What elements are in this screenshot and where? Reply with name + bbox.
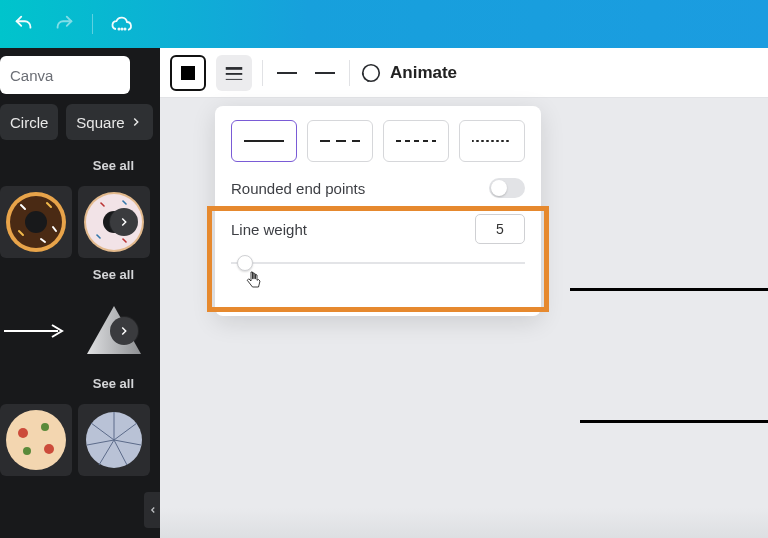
svg-point-37 bbox=[363, 64, 380, 81]
row-scroll-next-icon[interactable] bbox=[110, 317, 138, 345]
line-style-panel: Rounded end points Line weight 5 bbox=[215, 106, 541, 316]
line-start-button[interactable] bbox=[273, 55, 301, 91]
asset-row bbox=[0, 399, 152, 481]
svg-point-2 bbox=[124, 28, 125, 29]
svg-point-5 bbox=[25, 211, 47, 233]
elements-sidebar: Canva Circle Square See all See all bbox=[0, 48, 160, 538]
undo-icon[interactable] bbox=[12, 12, 36, 36]
chip-square[interactable]: Square bbox=[66, 104, 152, 140]
asset-row bbox=[0, 181, 152, 263]
svg-point-1 bbox=[121, 28, 122, 29]
line-style-dotted[interactable] bbox=[459, 120, 525, 162]
asset-thumb-donut-chocolate[interactable] bbox=[0, 186, 72, 258]
context-toolbar: Animate bbox=[160, 48, 768, 98]
line-style-long-dash[interactable] bbox=[307, 120, 373, 162]
see-all-link[interactable]: See all bbox=[0, 263, 152, 290]
asset-thumb-pizza[interactable] bbox=[0, 404, 72, 476]
canvas-floor-shade bbox=[160, 508, 768, 538]
line-style-button[interactable] bbox=[216, 55, 252, 91]
editor-main: Animate Rounded end points Line weight 5 bbox=[160, 48, 768, 538]
svg-point-0 bbox=[118, 28, 119, 29]
row-scroll-next-icon[interactable] bbox=[110, 208, 138, 236]
slider-handle[interactable] bbox=[237, 255, 253, 271]
svg-point-19 bbox=[6, 410, 66, 470]
search-placeholder: Canva bbox=[10, 67, 53, 84]
separator bbox=[349, 60, 350, 86]
chip-circle[interactable]: Circle bbox=[0, 104, 58, 140]
asset-thumb-shell[interactable] bbox=[78, 404, 150, 476]
line-weight-label: Line weight bbox=[231, 221, 307, 238]
svg-point-20 bbox=[18, 428, 28, 438]
line-weight-slider[interactable] bbox=[231, 254, 525, 272]
line-style-solid[interactable] bbox=[231, 120, 297, 162]
asset-thumb-arrow[interactable] bbox=[0, 295, 72, 367]
sidebar-collapse-icon[interactable] bbox=[144, 492, 160, 528]
filter-chips: Circle Square bbox=[0, 104, 152, 140]
animate-label: Animate bbox=[390, 63, 457, 83]
app-top-bar bbox=[0, 0, 768, 48]
canvas-line-object[interactable] bbox=[580, 420, 768, 423]
canvas-line-object[interactable] bbox=[570, 288, 768, 291]
search-input[interactable]: Canva bbox=[0, 56, 130, 94]
separator bbox=[92, 14, 93, 34]
rounded-endpoints-toggle[interactable] bbox=[489, 178, 525, 198]
line-end-button[interactable] bbox=[311, 55, 339, 91]
line-style-short-dash[interactable] bbox=[383, 120, 449, 162]
cloud-sync-icon[interactable] bbox=[109, 12, 133, 36]
line-weight-input[interactable]: 5 bbox=[475, 214, 525, 244]
asset-row bbox=[0, 290, 152, 372]
separator bbox=[262, 60, 263, 86]
line-color-button[interactable] bbox=[170, 55, 206, 91]
svg-point-21 bbox=[41, 423, 49, 431]
svg-point-22 bbox=[44, 444, 54, 454]
line-style-options bbox=[231, 120, 525, 162]
see-all-link[interactable]: See all bbox=[0, 154, 152, 181]
animate-button[interactable]: Animate bbox=[360, 62, 457, 84]
redo-icon[interactable] bbox=[52, 12, 76, 36]
rounded-endpoints-label: Rounded end points bbox=[231, 180, 365, 197]
see-all-link[interactable]: See all bbox=[0, 372, 152, 399]
svg-point-23 bbox=[23, 447, 31, 455]
